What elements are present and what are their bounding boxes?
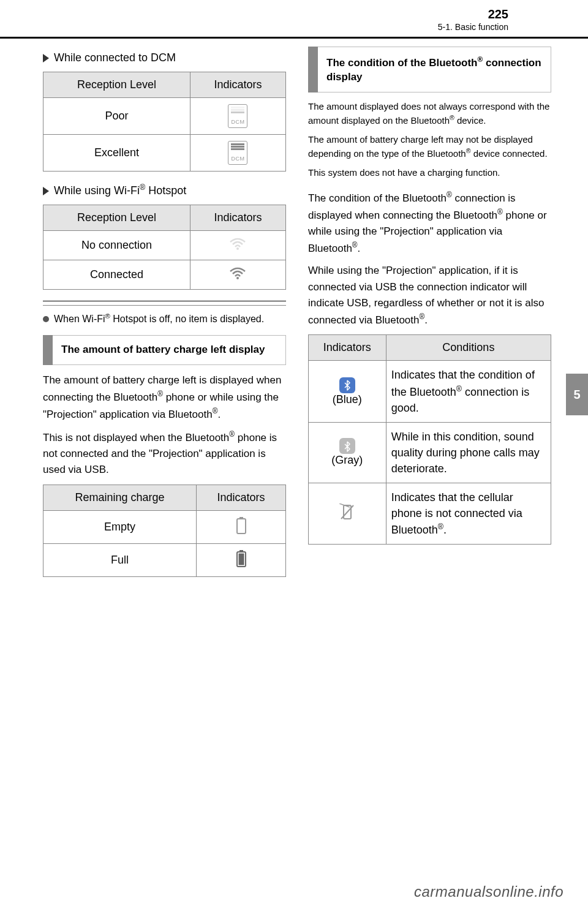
section-bar bbox=[308, 47, 318, 92]
cell-empty: Empty bbox=[43, 510, 197, 543]
cell-excellent: Excellent bbox=[43, 135, 190, 172]
dcm-label: DCM bbox=[231, 119, 244, 125]
svg-rect-5 bbox=[231, 143, 244, 145]
battery-para-2: This is not displayed when the Bluetooth… bbox=[43, 429, 286, 478]
bt-small-3: This system does not have a charging fun… bbox=[308, 166, 551, 180]
cell-bt-blue: (Blue) bbox=[309, 361, 386, 422]
left-column: While connected to DCM Reception Level I… bbox=[43, 47, 286, 588]
dcm-label: DCM bbox=[231, 156, 244, 162]
triangle-icon bbox=[43, 54, 49, 62]
bt-small-1: The amount displayed does not always cor… bbox=[308, 100, 551, 128]
battery-para-1: The amount of battery charge left is dis… bbox=[43, 372, 286, 423]
phone-off-icon bbox=[339, 504, 355, 521]
cell-bt-off bbox=[309, 483, 386, 544]
battery-table: Remaining charge Indicators Empty Full bbox=[43, 485, 286, 577]
divider bbox=[43, 301, 286, 301]
svg-rect-3 bbox=[231, 148, 244, 150]
svg-rect-9 bbox=[237, 519, 246, 534]
th-reception: Reception Level bbox=[43, 205, 190, 231]
wifi-subhead: While using Wi-Fi® Hotspot bbox=[43, 183, 286, 198]
bt-para-2: While using the "Projection" application… bbox=[308, 263, 551, 328]
cell-bt-gray-text: While in this condition, sound quality d… bbox=[386, 422, 551, 483]
cell-bt-blue-text: Indicates that the condition of the Blue… bbox=[386, 361, 551, 422]
dcm-table: Reception Level Indicators Poor DCM Exce… bbox=[43, 72, 286, 172]
svg-rect-2 bbox=[231, 107, 244, 108]
right-column: The condition of the Bluetooth® connecti… bbox=[308, 47, 551, 588]
dcm-subhead: While connected to DCM bbox=[43, 50, 286, 66]
page-number: 225 bbox=[488, 7, 508, 21]
cell-poor-icon: DCM bbox=[190, 98, 285, 135]
cell-excellent-icon: DCM bbox=[190, 135, 285, 172]
battery-empty-icon bbox=[236, 517, 247, 534]
svg-point-6 bbox=[236, 247, 239, 250]
bt-gray-label: (Gray) bbox=[331, 454, 363, 466]
page: 225 5-1. Basic function 5 While connecte… bbox=[0, 0, 588, 909]
dcm-icon-poor: DCM bbox=[228, 104, 247, 128]
section-title: The amount of battery charge left displa… bbox=[53, 335, 286, 365]
bullet-icon bbox=[43, 316, 49, 322]
cell-connected: Connected bbox=[43, 260, 190, 290]
bt-condition-table: Indicators Conditions (Blue) Indicates t… bbox=[308, 334, 551, 545]
cell-full: Full bbox=[43, 543, 197, 576]
svg-rect-1 bbox=[231, 109, 244, 111]
cell-empty-icon bbox=[197, 510, 286, 543]
wifi-icon-strong bbox=[229, 266, 246, 280]
bt-para-1: The condition of the Bluetooth® connecti… bbox=[308, 189, 551, 257]
bt-section-box: The condition of the Bluetooth® connecti… bbox=[308, 47, 551, 92]
cell-bt-gray: (Gray) bbox=[309, 422, 386, 483]
note-text: When Wi-Fi® Hotspot is off, no item is d… bbox=[54, 314, 264, 324]
cell-poor: Poor bbox=[43, 98, 190, 135]
th-indicators: Indicators bbox=[309, 335, 386, 361]
triangle-icon bbox=[43, 187, 49, 195]
header-rule bbox=[0, 37, 588, 39]
th-indicators: Indicators bbox=[190, 72, 285, 98]
cell-full-icon bbox=[197, 543, 286, 576]
th-charge: Remaining charge bbox=[43, 485, 197, 510]
page-header: 225 5-1. Basic function bbox=[43, 0, 551, 34]
wifi-off-note: When Wi-Fi® Hotspot is off, no item is d… bbox=[43, 311, 286, 326]
section-bar bbox=[43, 335, 53, 365]
cell-noconn-icon bbox=[190, 231, 285, 260]
bt-blue-label: (Blue) bbox=[333, 393, 362, 405]
cell-bt-off-text: Indicates that the cellular phone is not… bbox=[386, 483, 551, 544]
cell-noconn: No connection bbox=[43, 231, 190, 260]
svg-rect-4 bbox=[231, 146, 244, 148]
svg-rect-0 bbox=[231, 111, 244, 113]
th-reception: Reception Level bbox=[43, 72, 190, 98]
bt-small-2: The amount of battery charge left may no… bbox=[308, 133, 551, 161]
section-breadcrumb: 5-1. Basic function bbox=[438, 22, 508, 32]
svg-rect-12 bbox=[238, 553, 244, 565]
bluetooth-blue-icon bbox=[339, 377, 355, 393]
battery-section-box: The amount of battery charge left displa… bbox=[43, 335, 286, 365]
svg-point-7 bbox=[236, 277, 239, 279]
footer-watermark: carmanualsonline.info bbox=[414, 883, 564, 900]
dcm-icon-excellent: DCM bbox=[228, 141, 247, 165]
content-columns: While connected to DCM Reception Level I… bbox=[43, 47, 551, 588]
divider bbox=[43, 305, 286, 306]
subhead-text: While connected to DCM bbox=[54, 51, 176, 64]
bluetooth-gray-icon bbox=[339, 438, 355, 454]
subhead-text: While using Wi-Fi® Hotspot bbox=[54, 184, 186, 197]
th-indicators: Indicators bbox=[190, 205, 285, 231]
wifi-icon-faint bbox=[229, 237, 246, 251]
battery-full-icon bbox=[236, 550, 247, 567]
wifi-table: Reception Level Indicators No connection bbox=[43, 205, 286, 290]
th-indicators: Indicators bbox=[197, 485, 286, 510]
cell-connected-icon bbox=[190, 260, 285, 290]
section-title: The condition of the Bluetooth® connecti… bbox=[318, 47, 551, 92]
chapter-tab: 5 bbox=[566, 374, 588, 415]
th-conditions: Conditions bbox=[386, 335, 551, 361]
